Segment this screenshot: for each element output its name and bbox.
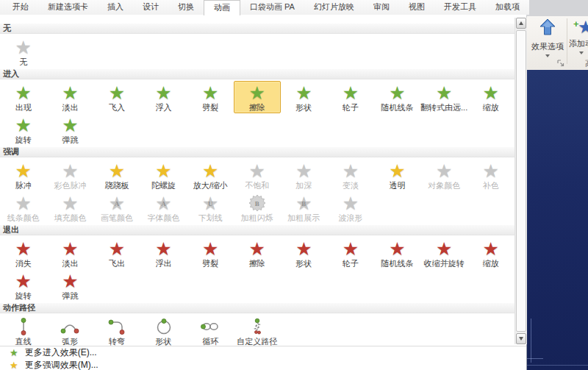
gallery-item[interactable]: 自定义路径 — [234, 315, 281, 346]
gallery-scrollbar[interactable] — [514, 18, 527, 344]
gallery-item[interactable]: ★淡出 — [47, 237, 94, 269]
gallery-item-label: 无 — [19, 57, 27, 67]
gallery-item-label: 淡出 — [62, 259, 78, 268]
star-icon: ★ — [202, 82, 218, 103]
letter-glyph: A — [115, 200, 120, 207]
gallery-item: ★U下划线 — [187, 191, 234, 224]
gallery-item[interactable]: ★擦除 — [234, 81, 281, 113]
letter-glyph: A — [161, 200, 166, 207]
gallery-item[interactable]: ★随机线条 — [374, 237, 421, 269]
gallery-item[interactable]: 形状 — [140, 315, 187, 346]
gallery-item[interactable]: 直线 — [0, 315, 47, 346]
star-icon: ★ — [62, 192, 78, 213]
gallery-item[interactable]: ★陀螺旋 — [140, 159, 187, 191]
ribbon-tab[interactable]: 幻灯片放映 — [304, 0, 364, 15]
ribbon-tab[interactable]: 加载项 — [486, 0, 529, 15]
gallery-item[interactable]: ★放大/缩小 — [187, 159, 234, 191]
gallery-item-label: 收缩并旋转 — [424, 259, 465, 268]
gallery-item-label: 淡出 — [62, 103, 78, 113]
gallery-item-label: 弹跳 — [62, 291, 78, 301]
ribbon-tab[interactable]: 设计 — [133, 0, 168, 15]
gallery-item[interactable]: ★轮子 — [327, 81, 374, 113]
gallery-item[interactable]: 循环 — [187, 315, 234, 346]
gallery-item[interactable]: ★形状 — [281, 81, 328, 113]
gallery-item[interactable]: ★透明 — [374, 159, 421, 191]
scrollbar-thumb[interactable] — [516, 30, 526, 332]
path-line-icon — [14, 316, 33, 337]
star-icon: ★ — [62, 82, 78, 103]
gallery-item-label: 对象颜色 — [428, 181, 460, 191]
ribbon-tab[interactable]: 动画 — [204, 0, 240, 15]
gallery-item[interactable]: ★脉冲 — [0, 159, 47, 191]
ribbon-tab[interactable]: 开发工具 — [434, 0, 486, 15]
scroll-up-button[interactable] — [516, 18, 526, 29]
gallery-item[interactable]: ★弹跳 — [47, 269, 94, 302]
arrow-up-icon — [519, 21, 523, 25]
ribbon-tab[interactable]: 视图 — [399, 0, 434, 15]
gallery-item-label: 缩放 — [483, 103, 499, 113]
gallery-item[interactable]: ★弹跳 — [47, 113, 94, 146]
gallery-item[interactable]: ★旋转 — [0, 113, 47, 146]
ribbon-tab[interactable]: 审阅 — [364, 0, 399, 15]
ribbon-tab[interactable]: 切换 — [168, 0, 204, 15]
burst-star-icon: B — [248, 192, 267, 213]
gallery-section-items: 直线弧形转弯形状循环自定义路径 — [0, 313, 514, 346]
gallery-item[interactable]: ★跷跷板 — [93, 159, 140, 191]
gallery-section-header: 动作路径 — [0, 303, 514, 313]
gallery-item[interactable]: 转弯 — [93, 315, 140, 346]
gallery-item-label: 加深 — [295, 181, 312, 191]
gallery-item[interactable]: ★收缩并旋转 — [420, 237, 467, 269]
gallery-item[interactable]: ★无 — [0, 35, 47, 68]
star-icon: ★ — [15, 238, 32, 259]
gallery-item-label: 循环 — [202, 337, 218, 346]
gallery-item: ★变淡 — [327, 159, 374, 191]
gallery-item-label: 弧形 — [62, 337, 78, 346]
gallery-item[interactable]: ★劈裂 — [187, 237, 234, 269]
arrow-down-icon — [519, 337, 523, 341]
scroll-down-button[interactable] — [516, 333, 526, 344]
star-icon: ★ — [295, 238, 312, 259]
gallery-footer: ★ 更多进入效果(E)... ★ 更多强调效果(M)... — [0, 346, 526, 370]
star-icon: ★ — [15, 270, 32, 291]
star-icon: ★ — [155, 160, 171, 181]
ribbon-tab[interactable]: 新建选项卡 — [38, 0, 98, 15]
gallery-item[interactable]: ★浮出 — [140, 237, 187, 269]
gallery-item: ★波浪形 — [327, 191, 374, 224]
gallery-item-label: 劈裂 — [202, 103, 218, 113]
more-entrance-effects-item[interactable]: ★ 更多进入效果(E)... — [0, 346, 526, 359]
gallery-item[interactable]: ★缩放 — [467, 237, 514, 269]
gallery-item[interactable]: ★轮子 — [327, 237, 374, 269]
ribbon-tab[interactable]: 插入 — [98, 0, 133, 15]
gallery-item-label: 加粗展示 — [287, 213, 320, 223]
star-icon: ★ — [109, 160, 125, 181]
chevron-down-icon — [545, 54, 550, 57]
dialog-launcher-icon[interactable] — [556, 57, 565, 66]
gallery-item-label: 放大/缩小 — [193, 181, 228, 191]
gallery-item[interactable]: ★浮入 — [140, 81, 187, 113]
gallery-item[interactable]: 弧形 — [47, 315, 94, 346]
gallery-item[interactable]: ★消失 — [0, 237, 47, 269]
gallery-item[interactable]: ★翻转式由远... — [420, 81, 467, 113]
placeholder-edge — [527, 365, 588, 366]
star-icon: ★ — [483, 160, 499, 181]
letter-glyph: B — [255, 200, 259, 207]
gallery-item[interactable]: ★缩放 — [467, 81, 514, 113]
gallery-item[interactable]: ★飞入 — [93, 81, 140, 113]
gallery-item[interactable]: ★劈裂 — [187, 81, 234, 113]
gallery-item[interactable]: ★旋转 — [0, 269, 47, 302]
ribbon-tab[interactable]: 口袋动画 PA — [240, 0, 304, 15]
gallery-item: B加粗闪烁 — [234, 191, 281, 224]
gallery-item[interactable]: ★随机线条 — [374, 81, 421, 113]
ribbon-tab[interactable]: 开始 — [3, 0, 38, 15]
gallery-item-label: 转弯 — [109, 337, 125, 346]
gallery-item[interactable]: ★形状 — [281, 237, 328, 269]
add-animation-label: 添加动画 — [569, 38, 588, 49]
gallery-item[interactable]: ★飞出 — [93, 237, 140, 269]
gallery-item-label: 出现 — [15, 103, 32, 113]
more-emphasis-effects-item[interactable]: ★ 更多强调效果(M)... — [0, 359, 526, 370]
gallery-item[interactable]: ★出现 — [0, 81, 47, 113]
gallery-item[interactable]: ★擦除 — [234, 237, 281, 269]
star-icon: ★ — [295, 160, 312, 181]
gallery-item[interactable]: ★淡出 — [47, 81, 94, 113]
gallery-item-label: 自定义路径 — [237, 337, 277, 346]
